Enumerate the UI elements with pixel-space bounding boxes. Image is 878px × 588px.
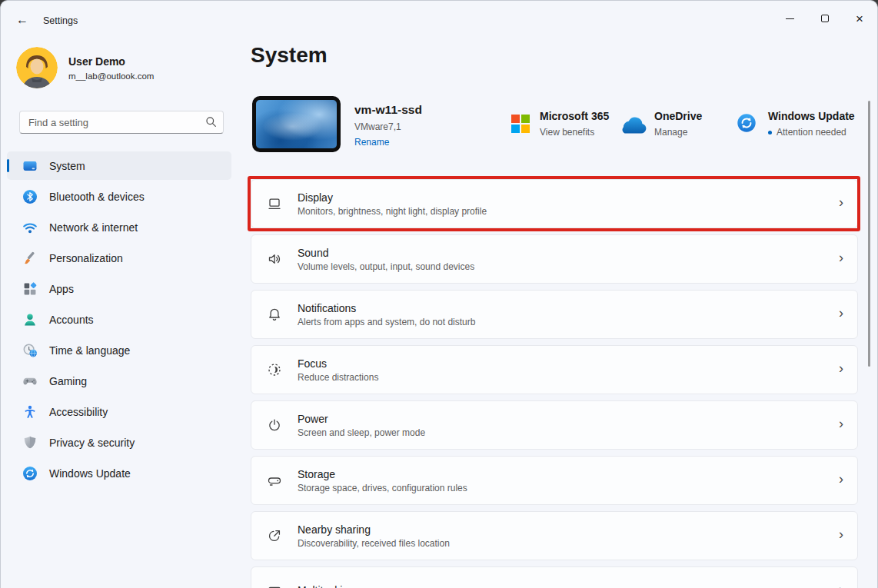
row-subtitle: Volume levels, output, input, sound devi… [298, 261, 474, 272]
sidebar-item-label: Accessibility [49, 406, 108, 418]
settings-list: Display Monitors, brightness, night ligh… [251, 179, 858, 588]
wifi-icon [22, 220, 38, 235]
search-input[interactable] [19, 111, 224, 134]
row-subtitle: Discoverability, received files location [298, 538, 450, 549]
device-model: VMware7,1 [354, 121, 401, 132]
close-button[interactable]: × [843, 7, 876, 30]
sidebar-item-accessibility[interactable]: Accessibility [7, 397, 231, 426]
display-icon [265, 194, 284, 213]
sidebar-item-system[interactable]: System [7, 151, 231, 180]
row-subtitle: Screen and sleep, power mode [298, 427, 425, 438]
attention-needed-link[interactable]: Attention needed [768, 127, 846, 138]
sidebar-item-label: Privacy & security [49, 437, 135, 449]
sidebar-item-privacy-security[interactable]: Privacy & security [7, 428, 231, 457]
windows-update-status-icon [737, 113, 757, 133]
row-title: Display [298, 191, 487, 204]
sidebar-item-label: Network & internet [49, 221, 138, 234]
microsoft-365-icon [511, 115, 529, 132]
chevron-right-icon: › [839, 305, 843, 321]
onedrive-manage-link[interactable]: Manage [654, 127, 687, 138]
row-nearby-sharing[interactable]: Nearby sharing Discoverability, received… [251, 511, 858, 560]
shield-icon [22, 435, 38, 450]
back-arrow-icon: ← [16, 13, 28, 27]
sidebar-item-label: System [49, 160, 85, 172]
device-wallpaper [256, 100, 337, 148]
row-focus[interactable]: Focus Reduce distractions › [251, 345, 858, 394]
windows-update-icon [22, 466, 38, 481]
avatar-image [16, 47, 58, 88]
time-language-icon [22, 343, 38, 358]
maximize-button[interactable] [809, 7, 841, 30]
onedrive-icon [620, 116, 649, 135]
sidebar-item-accounts[interactable]: Accounts [7, 305, 231, 334]
row-sound[interactable]: Sound Volume levels, output, input, soun… [251, 234, 858, 284]
scrollbar-thumb[interactable] [868, 101, 870, 367]
device-name: vm-w11-ssd [354, 103, 422, 117]
user-name: User Demo [68, 55, 125, 68]
chevron-right-icon: › [839, 360, 843, 377]
row-title: Multitasking [298, 584, 354, 588]
multitasking-icon [265, 582, 284, 588]
user-email: m__lab@outlook.com [68, 71, 154, 81]
avatar[interactable] [16, 47, 58, 88]
search-box [19, 111, 224, 134]
focus-icon [265, 360, 284, 379]
minimize-icon [786, 18, 794, 19]
row-notifications[interactable]: Notifications Alerts from apps and syste… [251, 290, 858, 339]
row-title: Sound [298, 247, 474, 259]
sidebar-item-apps[interactable]: Apps [7, 274, 231, 303]
device-thumbnail [252, 96, 341, 152]
view-benefits-link[interactable]: View benefits [540, 127, 594, 138]
nearby-sharing-icon [265, 527, 284, 545]
row-title: Power [298, 413, 425, 425]
sidebar-item-personalization[interactable]: Personalization [7, 244, 231, 272]
bluetooth-icon [22, 189, 38, 204]
row-title: Storage [298, 468, 467, 480]
row-subtitle: Monitors, brightness, night light, displ… [298, 206, 487, 217]
sidebar-item-gaming[interactable]: Gaming [7, 367, 231, 395]
apps-icon [22, 281, 38, 297]
microsoft-365-title: Microsoft 365 [540, 110, 609, 122]
settings-window: ← Settings × User Demo m__lab@outlook.co… [0, 0, 878, 588]
sidebar-item-time-language[interactable]: Time & language [7, 336, 231, 364]
sidebar-item-network-internet[interactable]: Network & internet [7, 213, 231, 241]
attention-dot [768, 131, 772, 135]
chevron-right-icon: › [839, 416, 843, 432]
gamepad-icon [22, 374, 38, 389]
storage-icon [265, 471, 284, 490]
power-icon [265, 416, 284, 434]
row-multitasking[interactable]: Multitasking › [251, 566, 858, 588]
row-power[interactable]: Power Screen and sleep, power mode › [251, 400, 858, 450]
rename-link[interactable]: Rename [354, 137, 389, 148]
page-title: System [251, 43, 328, 68]
notifications-icon [265, 305, 284, 324]
row-subtitle: Storage space, drives, configuration rul… [298, 483, 467, 493]
sidebar-item-label: Gaming [49, 375, 87, 387]
chevron-right-icon: › [839, 250, 843, 266]
row-title: Nearby sharing [298, 523, 450, 536]
row-storage[interactable]: Storage Storage space, drives, configura… [251, 456, 858, 505]
sidebar-item-label: Accounts [49, 314, 94, 326]
close-icon: × [856, 12, 863, 25]
row-display[interactable]: Display Monitors, brightness, night ligh… [251, 179, 858, 228]
sidebar-item-windows-update[interactable]: Windows Update [7, 459, 231, 487]
sidebar-item-label: Apps [49, 283, 74, 295]
accounts-icon [22, 312, 38, 327]
chevron-right-icon: › [839, 194, 843, 211]
chevron-right-icon: › [839, 471, 843, 487]
maximize-icon [821, 15, 829, 22]
sidebar-item-label: Windows Update [49, 467, 131, 480]
row-title: Focus [298, 357, 378, 370]
chevron-right-icon: › [839, 582, 843, 588]
minimize-button[interactable] [773, 7, 806, 30]
paintbrush-icon [22, 251, 38, 266]
sidebar-item-bluetooth-devices[interactable]: Bluetooth & devices [7, 182, 231, 211]
back-button[interactable]: ← [10, 8, 35, 32]
accessibility-icon [22, 404, 38, 420]
row-title: Notifications [298, 302, 475, 314]
sidebar-item-label: Personalization [49, 252, 123, 264]
window-title: Settings [43, 15, 78, 26]
system-icon [22, 158, 38, 174]
sidebar-item-label: Bluetooth & devices [49, 191, 145, 203]
row-subtitle: Alerts from apps and system, do not dist… [298, 317, 475, 327]
